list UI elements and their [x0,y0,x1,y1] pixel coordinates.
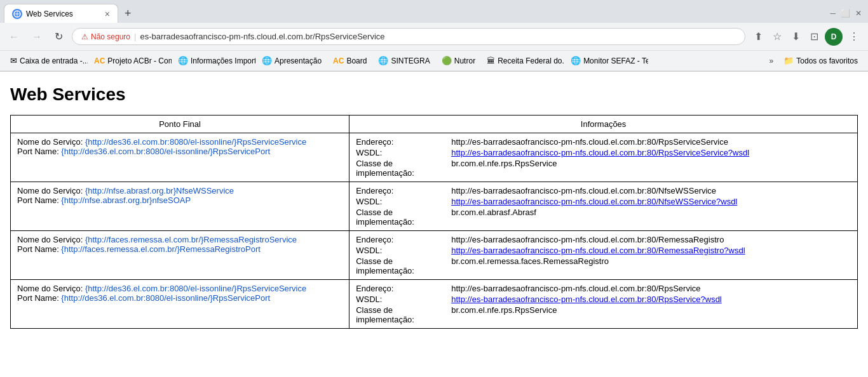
nav-bar: ← → ↻ ⚠ Não seguro | es-barradesaofranci… [0,23,868,51]
info-grid: Endereço: http://es-barradesaofrancisco-… [356,186,851,227]
endereco-label: Endereço: [356,235,451,244]
port-name-value: {http://des36.el.com.br:8080/el-issonlin… [61,293,270,303]
wsdl-value: http://es-barradesaofrancisco-pm-nfs.clo… [451,197,851,206]
bookmark-acbr[interactable]: AC Projeto ACBr - Com... [89,55,172,67]
bookmark-sintegra[interactable]: 🌐 SINTEGRA [373,54,435,67]
ponto-cell: Nome do Serviço: {http://faces.remessa.e… [11,231,349,280]
wsdl-link[interactable]: http://es-barradesaofrancisco-pm-nfs.clo… [451,197,737,206]
service-name-label: Nome do Serviço: [17,137,85,147]
bookmark-icon-receita: 🏛 [487,56,495,65]
wsdl-value: http://es-barradesaofrancisco-pm-nfs.clo… [451,294,851,304]
bookmark-inbox[interactable]: ✉ Caixa de entrada -... [5,54,88,67]
all-favorites-button[interactable]: 📁 Todos os favoritos [778,54,863,67]
warning-icon: ⚠ [81,32,88,41]
bookmarks-bar: ✉ Caixa de entrada -... AC Projeto ACBr … [0,51,868,71]
bookmark-icon-ap: 🌐 [262,56,272,65]
bookmark-icon-nutror: 🟢 [442,56,452,65]
bookmark-board[interactable]: AC Board [328,55,372,67]
endereco-value: http://es-barradesaofrancisco-pm-nfs.clo… [451,284,851,293]
wsdl-label: WSDL: [356,148,451,157]
close-icon[interactable]: ✕ [855,9,862,18]
endereco-value: http://es-barradesaofrancisco-pm-nfs.clo… [451,235,851,244]
header-row: Ponto Final Informações [11,116,858,133]
bookmark-icon-inbox: ✉ [10,56,17,65]
wsdl-link[interactable]: http://es-barradesaofrancisco-pm-nfs.clo… [451,294,722,304]
wsdl-link[interactable]: http://es-barradesaofrancisco-pm-nfs.clo… [451,246,745,255]
wsdl-link[interactable]: http://es-barradesaofrancisco-pm-nfs.clo… [451,148,749,157]
bookmark-icon-board: AC [333,56,344,65]
share-button[interactable]: ⬆ [750,28,766,46]
page-title: Web Services [10,84,858,105]
forward-button[interactable]: → [28,29,46,45]
back-button[interactable]: ← [5,29,23,45]
bookmark-sefaz[interactable]: 🌐 Monitor SEFAZ - Te... [566,54,648,67]
service-name-row: Nome do Serviço: {http://faces.remessa.e… [17,235,342,244]
ponto-cell: Nome do Serviço: {http://nfse.abrasf.org… [11,182,349,231]
bookmark-label: Caixa de entrada -... [20,56,88,65]
col-header-info: Informações [349,116,858,133]
minimize-icon[interactable]: ─ [830,9,836,18]
info-grid: Endereço: http://es-barradesaofrancisco-… [356,137,851,178]
table-row: Nome do Serviço: {http://des36.el.com.br… [11,133,858,182]
classe-value: br.com.el.abrasf.Abrasf [451,208,851,227]
url-text[interactable]: es-barradesaofrancisco-pm-nfs.cloud.el.c… [140,32,736,41]
bookmark-icon-sefaz: 🌐 [571,56,581,65]
bookmark-icon-info: 🌐 [178,56,188,65]
port-name-value: {http://faces.remessa.el.com.br/}Remessa… [61,244,261,254]
bookmark-nutror[interactable]: 🟢 Nutror [437,54,480,67]
security-label: Não seguro [91,32,130,41]
nav-actions: ⬆ ☆ ⬇ ⊡ D ⋮ [750,28,863,46]
port-name-row: Port Name: {http://faces.remessa.el.com.… [17,244,342,254]
security-indicator: ⚠ Não seguro [81,32,130,41]
menu-button[interactable]: ⋮ [845,28,863,46]
bookmark-apresentacao[interactable]: 🌐 Apresentação [257,54,327,67]
classe-label: Classe de implementação: [356,159,451,178]
folder-icon: 📁 [783,56,794,65]
bookmark-button[interactable]: ☆ [769,28,785,46]
ponto-cell: Nome do Serviço: {http://des36.el.com.br… [11,280,349,329]
download-button[interactable]: ⬇ [788,28,804,46]
profile-button[interactable]: D [825,28,843,46]
ponto-cell: Nome do Serviço: {http://des36.el.com.br… [11,133,349,182]
table-header: Ponto Final Informações [11,116,858,133]
port-name-label: Port Name: [17,244,61,254]
active-tab[interactable]: Web Services × [4,4,118,23]
bookmark-label: Board [346,56,367,65]
bookmark-label: Receita Federal do... [498,56,564,65]
wsdl-label: WSDL: [356,197,451,206]
wsdl-label: WSDL: [356,294,451,304]
info-grid: Endereço: http://es-barradesaofrancisco-… [356,284,851,324]
tab-title: Web Services [26,10,100,18]
extensions-button[interactable]: ⊡ [806,28,822,46]
service-name-value: {http://nfse.abrasf.org.br}NfseWSService [85,186,234,195]
wsdl-label: WSDL: [356,246,451,255]
browser-chrome: Web Services × + ─ ⬜ ✕ ← → ↻ ⚠ Não segur… [0,0,868,72]
new-tab-button[interactable]: + [118,7,138,20]
wsdl-value: http://es-barradesaofrancisco-pm-nfs.clo… [451,246,851,255]
restore-icon[interactable]: ⬜ [841,9,850,18]
info-cell: Endereço: http://es-barradesaofrancisco-… [349,133,858,182]
port-name-row: Port Name: {http://nfse.abrasf.org.br}nf… [17,195,342,205]
bookmark-label: Nutror [454,56,475,65]
bookmark-receita[interactable]: 🏛 Receita Federal do... [482,54,564,67]
info-cell: Endereço: http://es-barradesaofrancisco-… [349,280,858,329]
endereco-label: Endereço: [356,137,451,147]
bookmark-info[interactable]: 🌐 Informações Import... [173,54,255,67]
port-name-label: Port Name: [17,147,61,156]
col-header-ponto: Ponto Final [11,116,349,133]
bookmarks-more-button[interactable]: » [766,55,778,67]
classe-value: br.com.el.nfe.rps.RpsService [451,159,851,178]
bookmark-label: Monitor SEFAZ - Te... [583,56,648,65]
info-cell: Endereço: http://es-barradesaofrancisco-… [349,182,858,231]
tab-close-button[interactable]: × [105,9,110,19]
service-name-value: {http://faces.remessa.el.com.br/}Remessa… [85,235,297,244]
table-body: Nome do Serviço: {http://des36.el.com.br… [11,133,858,329]
window-controls: ─ ⬜ ✕ [830,9,868,18]
service-name-label: Nome do Serviço: [17,235,85,244]
service-name-value: {http://des36.el.com.br:8080/el-issonlin… [85,137,306,147]
reload-button[interactable]: ↻ [51,28,67,45]
url-bar[interactable]: ⚠ Não seguro | es-barradesaofrancisco-pm… [72,28,745,45]
port-name-label: Port Name: [17,293,61,303]
tab-favicon [12,9,22,19]
table-row: Nome do Serviço: {http://nfse.abrasf.org… [11,182,858,231]
